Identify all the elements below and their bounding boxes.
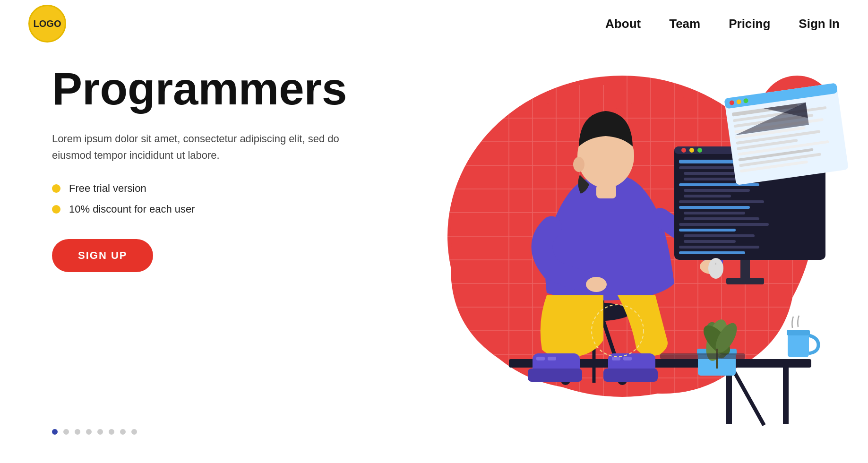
svg-rect-64 xyxy=(684,178,740,180)
svg-rect-51 xyxy=(612,357,620,360)
svg-line-33 xyxy=(732,368,764,425)
svg-point-41 xyxy=(573,157,584,172)
svg-rect-71 xyxy=(684,217,759,220)
svg-rect-55 xyxy=(740,260,750,279)
svg-rect-74 xyxy=(684,234,755,237)
bullet-dot-1 xyxy=(52,184,60,193)
nav-signin[interactable]: Sign In xyxy=(799,17,840,31)
svg-rect-105 xyxy=(660,353,745,359)
svg-rect-72 xyxy=(679,223,769,226)
feature-item-1: Free trial version xyxy=(52,182,345,195)
pagination-dot-3[interactable] xyxy=(75,429,80,435)
svg-rect-97 xyxy=(787,330,810,335)
bullet-dot-2 xyxy=(52,205,60,214)
pagination-dot-1[interactable] xyxy=(52,429,58,435)
svg-rect-66 xyxy=(684,189,750,192)
pagination-dot-8[interactable] xyxy=(131,429,137,435)
nav-team[interactable]: Team xyxy=(669,17,700,31)
svg-point-59 xyxy=(689,148,694,153)
hero-title: Programmers xyxy=(52,66,345,111)
nav-pricing[interactable]: Pricing xyxy=(729,17,770,31)
svg-rect-65 xyxy=(679,183,759,186)
svg-rect-68 xyxy=(679,200,764,203)
logo[interactable]: LOGO xyxy=(28,5,66,43)
pagination xyxy=(52,429,137,435)
hero-content: Programmers Lorem ipsum dolor sit amet, … xyxy=(52,66,345,272)
svg-rect-73 xyxy=(679,229,736,232)
svg-point-60 xyxy=(697,148,702,153)
svg-rect-69 xyxy=(679,206,750,209)
svg-point-43 xyxy=(586,277,607,292)
hero-description: Lorem ipsum dolor sit amet, consectetur … xyxy=(52,130,345,163)
svg-rect-52 xyxy=(623,357,632,360)
svg-rect-70 xyxy=(684,212,745,214)
svg-rect-48 xyxy=(603,369,658,382)
feature-list: Free trial version 10% discount for each… xyxy=(52,182,345,215)
svg-rect-50 xyxy=(548,357,556,360)
pagination-dot-6[interactable] xyxy=(109,429,114,435)
svg-rect-77 xyxy=(679,251,745,254)
svg-rect-31 xyxy=(726,368,732,424)
svg-rect-75 xyxy=(684,240,736,243)
pagination-dot-7[interactable] xyxy=(120,429,126,435)
svg-rect-76 xyxy=(679,246,759,249)
nav-about[interactable]: About xyxy=(605,17,641,31)
illustration-svg xyxy=(405,38,868,454)
svg-point-106 xyxy=(708,258,723,279)
svg-rect-42 xyxy=(596,184,616,198)
svg-rect-56 xyxy=(726,278,764,284)
pagination-dot-2[interactable] xyxy=(63,429,69,435)
pagination-dot-5[interactable] xyxy=(97,429,103,435)
feature-item-2: 10% discount for each user xyxy=(52,203,345,215)
header: LOGO About Team Pricing Sign In xyxy=(0,0,868,47)
svg-rect-49 xyxy=(536,357,545,360)
hero-illustration xyxy=(405,38,868,454)
signup-button[interactable]: SIGN UP xyxy=(52,239,153,272)
svg-rect-32 xyxy=(783,368,789,424)
navigation: About Team Pricing Sign In xyxy=(605,17,840,31)
svg-point-58 xyxy=(681,148,686,153)
pagination-dot-4[interactable] xyxy=(86,429,92,435)
svg-rect-46 xyxy=(528,369,582,382)
svg-rect-67 xyxy=(684,195,731,197)
